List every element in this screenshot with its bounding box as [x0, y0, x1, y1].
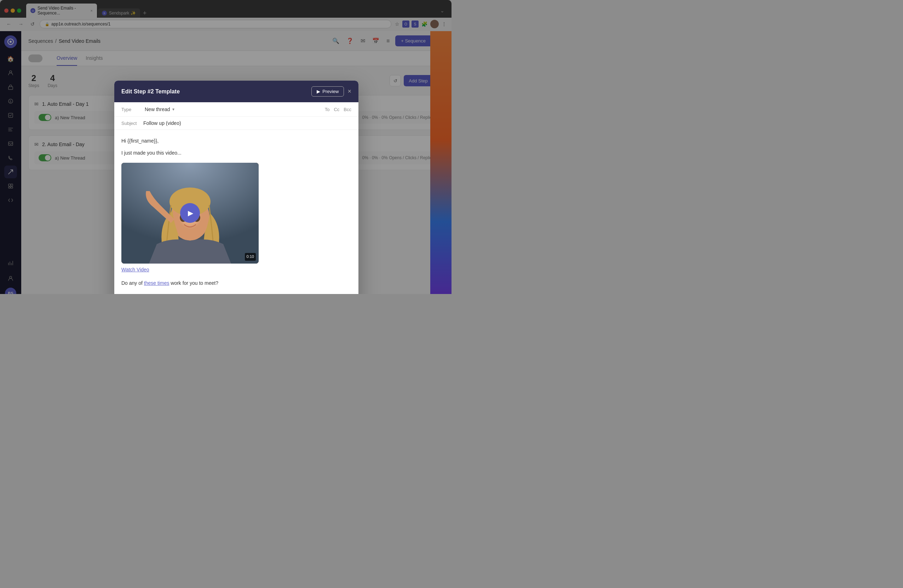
modal-header: Edit Step #2 Template ▶ Preview × [114, 81, 359, 102]
recipients-section: To Cc Bcc [325, 107, 351, 112]
video-play-button[interactable]: ▶ [180, 203, 200, 223]
preview-button[interactable]: ▶ Preview [311, 86, 344, 97]
watch-video-link[interactable]: Watch Video [121, 266, 351, 274]
play-icon: ▶ [188, 208, 193, 219]
video-duration: 0:10 [245, 253, 256, 261]
modal-close-button[interactable]: × [348, 88, 351, 95]
video-thumbnail[interactable]: ▶ 0:10 [121, 163, 259, 264]
preview-label: Preview [322, 89, 338, 94]
email-greeting: Hi {{first_name}}, [121, 137, 351, 145]
preview-play-icon: ▶ [317, 89, 320, 94]
modal-header-actions: ▶ Preview × [311, 86, 351, 97]
type-select[interactable]: New thread ▾ [145, 107, 319, 112]
modal-type-row: Type New thread ▾ To Cc Bcc [114, 102, 359, 117]
email-question-prefix: Do any of [121, 280, 144, 286]
email-question: Do any of these times work for you to me… [121, 279, 351, 287]
email-line1: I just made you this video... [121, 149, 351, 157]
subject-label: Subject [121, 121, 139, 126]
cc-label[interactable]: Cc [334, 107, 339, 112]
modal-title: Edit Step #2 Template [121, 88, 180, 95]
to-label[interactable]: To [325, 107, 330, 112]
app-container: 🏠 $ [0, 31, 452, 294]
edit-template-modal: Edit Step #2 Template ▶ Preview × Type N… [114, 81, 359, 294]
type-value: New thread [145, 107, 170, 112]
main-content: Sequences / Send Video Emails 🔍 ❓ ✉ 📅 ≡ … [21, 31, 452, 294]
email-question-suffix: work for you to meet? [169, 280, 218, 286]
subject-row: Subject Follow up (video) [114, 117, 359, 130]
these-times-link[interactable]: these times [144, 280, 170, 286]
type-label: Type [121, 107, 139, 112]
video-container: ▶ 0:10 Watch Video [121, 163, 351, 274]
bcc-label[interactable]: Bcc [344, 107, 351, 112]
chevron-down-icon: ▾ [172, 107, 175, 112]
email-body[interactable]: Hi {{first_name}}, I just made you this … [114, 130, 359, 294]
subject-value[interactable]: Follow up (video) [143, 120, 181, 126]
